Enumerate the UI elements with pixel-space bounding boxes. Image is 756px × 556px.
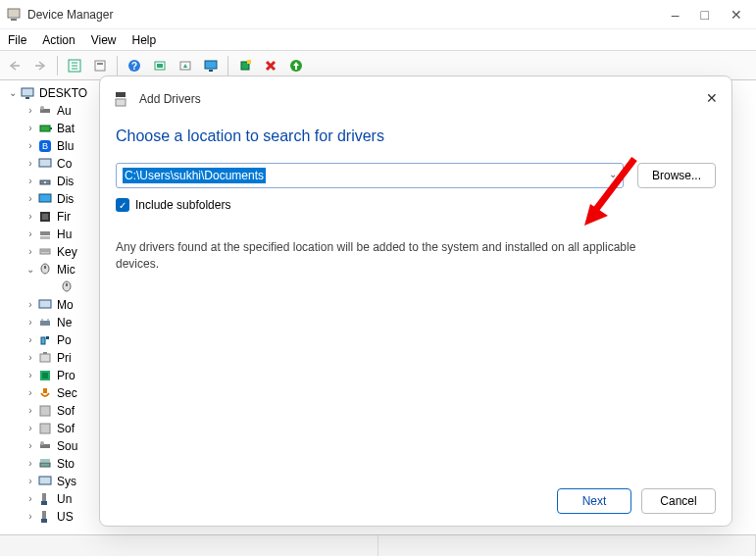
show-hide-tree-button[interactable] [64,55,85,76]
expand-icon[interactable]: › [24,120,37,137]
tree-item-label: Key [57,243,77,261]
expand-icon[interactable]: › [24,420,37,437]
help-button[interactable]: ? [124,55,145,76]
svg-rect-66 [116,92,126,97]
expand-icon[interactable]: › [24,137,37,155]
maximize-button[interactable]: □ [701,7,709,23]
svg-rect-36 [40,231,50,235]
svg-rect-59 [40,463,50,467]
device-category-icon [37,103,53,119]
expand-icon[interactable]: › [24,208,37,226]
svg-rect-37 [40,236,50,239]
device-category-icon [59,279,75,295]
tree-item-label: Fir [57,208,71,226]
minimize-button[interactable]: – [672,7,680,23]
svg-rect-48 [41,337,45,344]
next-button[interactable]: Next [557,488,631,514]
device-category-icon [37,332,53,348]
expand-icon[interactable]: › [24,331,37,349]
device-category-icon [37,174,53,189]
menu-help[interactable]: Help [132,33,157,47]
expand-icon[interactable]: › [24,473,37,490]
device-category-icon [37,315,53,330]
expand-icon[interactable]: › [24,226,37,243]
expand-icon[interactable]: › [24,367,37,384]
expand-icon[interactable]: › [24,437,37,455]
update-button[interactable] [175,55,196,76]
add-driver-button[interactable] [234,55,256,76]
svg-rect-50 [40,354,50,362]
device-category-icon [37,509,53,525]
menu-action[interactable]: Action [42,33,75,47]
svg-text:B: B [42,141,48,151]
svg-rect-0 [8,9,20,18]
svg-text:?: ? [131,61,137,72]
svg-rect-22 [22,88,33,96]
svg-rect-44 [39,300,51,308]
forward-button[interactable] [29,55,51,76]
tree-item-label: Bat [57,120,75,137]
expand-icon[interactable]: › [24,190,37,208]
expand-icon[interactable]: › [24,173,37,190]
device-category-icon [37,368,53,383]
svg-rect-13 [157,64,163,68]
tree-item-label: Mo [57,296,74,314]
svg-rect-61 [39,477,51,484]
svg-point-58 [40,441,44,445]
svg-rect-62 [42,493,46,502]
menu-view[interactable]: View [91,33,117,47]
enable-button[interactable] [285,55,307,76]
expand-icon[interactable]: › [24,243,37,261]
expand-icon[interactable]: › [24,455,37,473]
back-button[interactable] [4,55,25,76]
dialog-heading: Choose a location to search for drivers [100,127,731,163]
app-icon [6,7,22,23]
expand-icon[interactable]: › [24,402,37,420]
expand-icon[interactable]: ⌄ [24,261,37,278]
expand-icon[interactable]: › [24,296,37,314]
device-category-icon [37,438,53,454]
expand-icon[interactable]: › [24,508,37,526]
monitor-button[interactable] [200,55,222,76]
device-category-icon [37,456,53,472]
collapse-icon[interactable]: ⌄ [6,84,20,102]
browse-button[interactable]: Browse... [637,163,716,188]
expand-icon[interactable]: › [24,102,37,120]
expand-icon[interactable]: › [24,349,37,367]
path-combobox[interactable]: C:\Users\sukhi\Documents ⌄ [116,163,624,188]
scan-button[interactable] [149,55,171,76]
close-button[interactable]: ✕ [731,7,742,23]
svg-rect-60 [40,459,50,462]
remove-button[interactable] [260,55,281,76]
expand-icon[interactable]: › [24,490,37,508]
tree-item-label: Mic [57,261,76,278]
driver-icon [114,91,129,107]
svg-rect-35 [42,214,48,220]
device-category-icon [37,121,53,136]
properties-button[interactable] [89,55,111,76]
svg-rect-26 [40,126,50,131]
svg-rect-30 [39,159,51,167]
svg-rect-56 [40,424,50,433]
tree-item-label: US [57,508,74,526]
computer-icon [20,85,35,101]
tree-item-label: Sec [57,384,77,402]
include-subfolders-checkbox[interactable]: ✓ [116,198,129,212]
menu-file[interactable]: File [8,33,26,47]
expand-icon[interactable]: › [24,155,37,173]
device-category-icon [37,227,53,242]
chevron-down-icon[interactable]: ⌄ [609,169,617,179]
expand-icon[interactable]: › [24,384,37,402]
device-category-icon [37,244,53,260]
svg-rect-67 [116,99,126,106]
device-category-icon [37,403,53,419]
cancel-button[interactable]: Cancel [641,488,716,514]
dialog-close-button[interactable]: ✕ [706,90,718,106]
titlebar: Device Manager – □ ✕ [0,0,756,29]
svg-rect-51 [43,352,47,354]
expand-icon[interactable]: › [24,314,37,331]
device-category-icon [37,350,53,366]
svg-rect-1 [11,19,17,21]
svg-rect-63 [41,501,47,505]
device-category-icon [37,191,53,207]
